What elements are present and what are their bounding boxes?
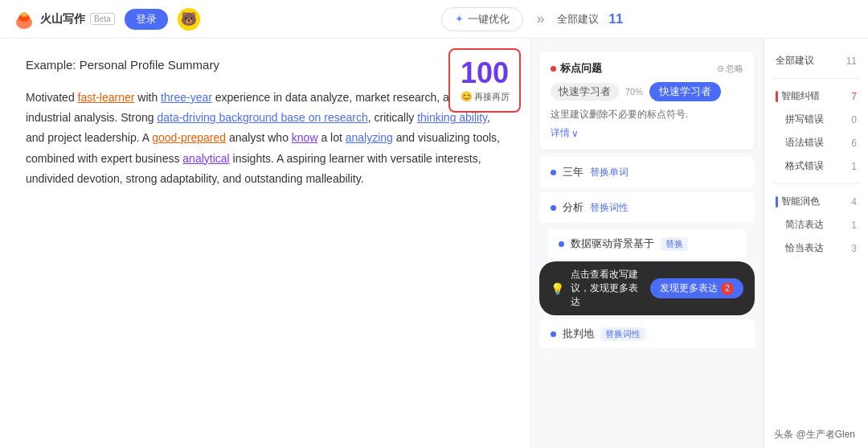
more-button[interactable]: » bbox=[533, 10, 547, 27]
right-item-appropriate[interactable]: 恰当表达 3 bbox=[772, 237, 860, 259]
right-smart-fix-count: 7 bbox=[851, 91, 857, 102]
bar-red-icon bbox=[776, 91, 778, 102]
navbar-center: ✦ 一键优化 » 全部建议 11 bbox=[210, 7, 855, 31]
logo-area: 火山写作 Beta bbox=[13, 8, 115, 31]
right-spell-label: 拼写错误 bbox=[785, 113, 824, 126]
right-all-count: 11 bbox=[846, 55, 857, 67]
data-row-data-driving: 数据驱动背景基于 替换 bbox=[547, 229, 747, 258]
right-appropriate-label: 恰当表达 bbox=[785, 241, 824, 255]
right-appropriate-count: 3 bbox=[851, 243, 857, 254]
data-row-tag[interactable]: 替换 bbox=[661, 237, 688, 251]
editor-area: Example: Personal Profile Summary Motiva… bbox=[0, 39, 530, 448]
suggestion-type: 标点问题 bbox=[551, 61, 602, 76]
right-concise-count: 1 bbox=[851, 220, 857, 231]
highlight-analytical: analytical bbox=[182, 152, 229, 165]
score-emoji: 😊 bbox=[461, 91, 473, 102]
data-row-critically: 批判地 替换词性 bbox=[539, 319, 755, 348]
discover-button[interactable]: 发现更多表达 2 bbox=[650, 278, 743, 298]
suggestion-desc: 这里建议删除不必要的标点符号. bbox=[551, 108, 743, 121]
highlight-fast-learner: fast-learner bbox=[78, 91, 135, 104]
dot-blue-3 bbox=[559, 241, 564, 247]
right-tone-label: 智能润色 bbox=[776, 195, 820, 208]
last-row-text: 批判地 bbox=[563, 327, 594, 341]
dot-blue-4 bbox=[551, 331, 556, 337]
right-panel: 全部建议 11 智能纠错 7 拼写错误 0 语法错误 6 格式错误 1 bbox=[764, 39, 868, 448]
score-label: 😊 再接再厉 bbox=[461, 91, 510, 103]
suggestion-card-punctuation: 标点问题 ⊝ 忽略 快速学习者 70% 快速学习者 这里建议删除不必要的标点符号… bbox=[539, 51, 755, 150]
last-row-tag[interactable]: 替换词性 bbox=[600, 327, 645, 341]
right-format-count: 1 bbox=[851, 161, 857, 172]
dot-red bbox=[551, 66, 556, 72]
dot-blue-1 bbox=[551, 170, 556, 175]
score-box: 100 😊 再接再厉 bbox=[448, 48, 521, 113]
word-original: 快速学习者 bbox=[551, 83, 619, 101]
word-score: 70% bbox=[625, 87, 643, 97]
middle-panel: 标点问题 ⊝ 忽略 快速学习者 70% 快速学习者 这里建议删除不必要的标点符号… bbox=[530, 39, 764, 448]
right-item-grammar[interactable]: 语法错误 6 bbox=[772, 132, 860, 154]
optimize-button[interactable]: ✦ 一键优化 bbox=[441, 7, 523, 31]
right-smart-fix-label: 智能纠错 bbox=[776, 89, 820, 103]
suggestion-row-analyze: 分析 替换词性 bbox=[539, 192, 755, 223]
highlight-data-driving: data-driving background base on research bbox=[157, 111, 367, 124]
dot-blue-2 bbox=[551, 205, 556, 211]
suggestion-row-three-year: 三年 替换单词 bbox=[539, 157, 755, 187]
doc-content: Motivated fast-learner with three-year e… bbox=[26, 88, 505, 189]
suggestions-label: 全部建议 bbox=[557, 12, 599, 27]
right-spell-count: 0 bbox=[851, 114, 857, 125]
right-item-spell[interactable]: 拼写错误 0 bbox=[772, 109, 860, 130]
data-row-wrapper: 数据驱动背景基于 替换 💡 点击查看改写建议，发现更多表达 发现更多表达 2 bbox=[539, 228, 755, 315]
star-icon: ✦ bbox=[455, 13, 464, 25]
avatar[interactable]: 🐻 bbox=[178, 8, 200, 31]
right-item-tone[interactable]: 智能润色 4 bbox=[772, 191, 860, 212]
right-item-all[interactable]: 全部建议 11 bbox=[772, 50, 860, 72]
divider-2 bbox=[772, 183, 860, 184]
row-label-1: 三年 bbox=[563, 165, 583, 179]
navbar: 火山写作 Beta 登录 🐻 ✦ 一键优化 » 全部建议 11 bbox=[0, 0, 868, 39]
tooltip-text: 点击查看改写建议，发现更多表达 bbox=[571, 268, 644, 309]
doc-title: Example: Personal Profile Summary bbox=[26, 58, 505, 72]
main-layout: Example: Personal Profile Summary Motiva… bbox=[0, 39, 868, 448]
right-grammar-count: 6 bbox=[851, 138, 857, 149]
ignore-button[interactable]: ⊝ 忽略 bbox=[717, 63, 743, 75]
right-item-format[interactable]: 格式错误 1 bbox=[772, 155, 860, 177]
row-label-2: 分析 bbox=[563, 200, 583, 215]
discover-badge: 2 bbox=[721, 282, 734, 295]
highlight-good-prepared: good-prepared bbox=[152, 131, 226, 144]
tooltip-banner: 💡 点击查看改写建议，发现更多表达 发现更多表达 2 bbox=[539, 261, 755, 315]
divider-1 bbox=[772, 78, 860, 79]
row-action-2[interactable]: 替换词性 bbox=[590, 201, 628, 215]
suggestions-count: 11 bbox=[608, 12, 623, 27]
highlight-three-year: three-year bbox=[161, 91, 212, 104]
logo-text: 火山写作 bbox=[40, 12, 85, 27]
bar-blue-icon bbox=[776, 196, 778, 208]
score-number: 100 bbox=[461, 59, 509, 88]
word-suggested[interactable]: 快速学习者 bbox=[649, 82, 721, 101]
highlight-analyzing: analyzing bbox=[346, 131, 393, 144]
right-concise-label: 简洁表达 bbox=[785, 218, 824, 232]
bulb-icon: 💡 bbox=[551, 282, 564, 295]
right-grammar-label: 语法错误 bbox=[785, 136, 824, 150]
row-action-1[interactable]: 替换单词 bbox=[590, 166, 628, 179]
highlight-thinking: thinking ability bbox=[417, 111, 487, 124]
svg-point-2 bbox=[21, 12, 27, 17]
right-item-smart-fix[interactable]: 智能纠错 7 bbox=[772, 85, 860, 107]
logo-icon bbox=[13, 8, 35, 31]
right-all-label: 全部建议 bbox=[776, 54, 814, 68]
data-row-text: 数据驱动背景基于 bbox=[571, 236, 654, 251]
right-format-label: 格式错误 bbox=[785, 159, 824, 173]
detail-toggle[interactable]: 详情 ∨ bbox=[551, 126, 743, 140]
suggestion-words: 快速学习者 70% 快速学习者 bbox=[551, 82, 743, 101]
watermark: 头条 @生产者Glen bbox=[774, 428, 855, 442]
login-button[interactable]: 登录 bbox=[125, 9, 168, 30]
suggestion-card-header: 标点问题 ⊝ 忽略 bbox=[551, 61, 743, 76]
highlight-know: know bbox=[292, 131, 318, 144]
beta-badge: Beta bbox=[90, 13, 115, 25]
right-item-concise[interactable]: 简洁表达 1 bbox=[772, 214, 860, 236]
right-tone-count: 4 bbox=[851, 196, 857, 208]
